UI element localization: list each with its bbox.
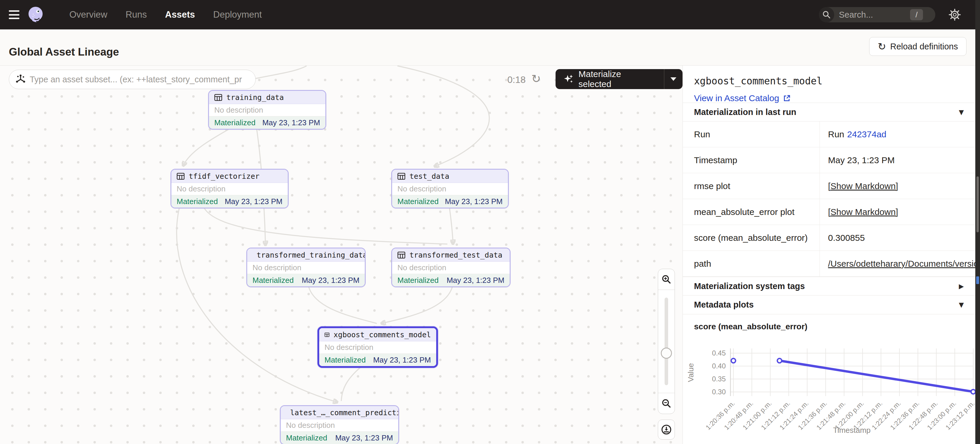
search-icon	[819, 7, 834, 22]
svg-text:Value: Value	[686, 363, 695, 382]
chevron-down-icon: ▼	[959, 108, 964, 116]
metadata-row-path: path /Users/odetteharary/Documents/versi…	[683, 251, 975, 277]
asset-name: tfidf_vectorizer	[189, 172, 259, 181]
materialized-timestamp: May 23, 1:23 PM	[302, 276, 360, 285]
materialized-timestamp: May 23, 1:23 PM	[335, 433, 393, 442]
status-badge: Materialized	[398, 197, 439, 206]
chevron-down-icon: ▼	[959, 301, 964, 309]
tab-assets[interactable]: Assets	[165, 10, 195, 20]
asset-node-xgboost-comments-model[interactable]: xgboost_comments_model No description Ma…	[317, 326, 438, 368]
sparkle-icon	[563, 74, 574, 84]
materialize-split-button: Materialize selected	[555, 69, 682, 89]
search-placeholder: Search...	[839, 10, 873, 20]
section-metadata-plots[interactable]: Metadata plots ▼	[683, 296, 975, 314]
status-badge: Materialized	[177, 197, 218, 206]
materialize-selected-button[interactable]: Materialize selected	[555, 69, 664, 89]
zoom-controls	[658, 269, 675, 414]
asset-name: transformed_test_data	[409, 251, 502, 259]
reload-definitions-button[interactable]: ↻ Reload definitions	[869, 37, 966, 56]
status-badge: Materialized	[398, 276, 439, 285]
table-icon	[398, 251, 405, 259]
zoom-out-button[interactable]	[658, 393, 675, 414]
asset-node-test-data[interactable]: test_data No description MaterializedMay…	[391, 169, 509, 208]
reload-icon: ↻	[878, 41, 886, 51]
zoom-out-icon	[661, 398, 671, 408]
status-badge: Materialized	[253, 276, 294, 285]
asset-node-training-data[interactable]: training_data No description Materialize…	[208, 90, 326, 130]
asset-description: No description	[392, 262, 510, 274]
metadata-row-score: score (mean_absolute_error) 0.300855	[683, 225, 975, 251]
score-line-chart: 0.450.400.350.301:20:36 p.m.1:20:48 p.m.…	[683, 335, 975, 439]
table-icon	[177, 172, 185, 180]
edge-strip-mark	[976, 276, 979, 284]
asset-name: training_data	[226, 93, 284, 102]
search-input[interactable]: Search... /	[819, 7, 935, 22]
show-markdown-link[interactable]: [Show Markdown]	[828, 181, 898, 191]
section-materialization-in-last-run[interactable]: Materialization in last run ▼	[683, 103, 975, 121]
panel-asset-title: xgboost_comments_model	[694, 75, 965, 87]
table-icon	[214, 94, 222, 102]
svg-text:0.35: 0.35	[712, 375, 726, 383]
section-materialization-system-tags[interactable]: Materialization system tags ▶	[683, 277, 975, 296]
view-in-asset-catalog-link[interactable]: View in Asset Catalog	[694, 93, 791, 103]
zoom-in-button[interactable]	[658, 269, 675, 290]
tab-deployment[interactable]: Deployment	[213, 10, 262, 20]
window-edge-strip	[975, 0, 980, 444]
materialized-timestamp: May 23, 1:23 PM	[445, 197, 503, 206]
refresh-icon[interactable]: ↻	[531, 72, 541, 85]
status-badge: Materialized	[286, 433, 327, 442]
page-header: Global Asset Lineage ↻ Reload definition…	[0, 29, 975, 65]
settings-gear-icon[interactable]	[948, 8, 961, 21]
tab-overview[interactable]: Overview	[69, 10, 107, 20]
asset-description: No description	[281, 419, 398, 432]
zoom-slider	[658, 290, 675, 393]
zoom-slider-track[interactable]	[665, 298, 668, 385]
top-nav: Overview Runs Assets Deployment Search..…	[0, 0, 980, 29]
asset-lineage-graph[interactable]: 0:18 ↻ Materialize selected training_dat…	[0, 65, 682, 444]
external-link-icon	[783, 94, 791, 102]
asset-node-tfidf-vectorizer[interactable]: tfidf_vectorizer No description Material…	[170, 169, 289, 208]
show-markdown-link[interactable]: [Show Markdown]	[828, 207, 898, 217]
asset-node-transformed-test-data[interactable]: transformed_test_data No description Mat…	[391, 248, 511, 287]
metadata-row-timestamp: Timestamp May 23, 1:23 PM	[683, 147, 975, 173]
table-icon	[398, 172, 405, 180]
run-id-link[interactable]: 242374ad	[847, 129, 886, 139]
materialize-dropdown-button[interactable]	[664, 69, 682, 89]
metadata-row-run: Run Run 242374ad	[683, 121, 975, 147]
status-badge: Materialized	[325, 355, 366, 364]
materialized-timestamp: May 23, 1:23 PM	[262, 118, 320, 127]
materialized-timestamp: May 23, 1:23 PM	[373, 355, 431, 364]
tab-runs[interactable]: Runs	[126, 10, 147, 20]
asset-description: No description	[319, 341, 436, 354]
metadata-row-mae-plot: mean_absolute_error plot [Show Markdown]	[683, 199, 975, 225]
svg-text:Timestamp: Timestamp	[833, 426, 871, 434]
svg-text:0.45: 0.45	[712, 349, 726, 357]
materialized-timestamp: May 23, 1:23 PM	[447, 276, 504, 285]
recenter-view-button[interactable]	[658, 420, 675, 439]
asset-name: test_data	[409, 172, 449, 181]
status-badge: Materialized	[214, 118, 255, 127]
asset-node-transformed-training-data[interactable]: transformed_training_data No description…	[246, 248, 366, 287]
asset-name: latest_…_comment_predictions	[290, 408, 399, 417]
svg-text:0.40: 0.40	[712, 362, 726, 370]
asset-name: transformed_training_data	[257, 251, 366, 259]
path-link[interactable]: /Users/odetteharary/Documents/version	[828, 259, 975, 269]
page-title: Global Asset Lineage	[9, 46, 119, 58]
refresh-timer: 0:18	[508, 75, 525, 85]
asset-subset-filter-input[interactable]	[9, 70, 256, 89]
metadata-plot-title: score (mean_absolute_error)	[683, 314, 975, 331]
table-icon	[325, 331, 329, 339]
menu-icon[interactable]	[9, 10, 19, 19]
asset-selector-icon	[15, 74, 26, 85]
svg-text:0.30: 0.30	[712, 388, 726, 396]
zoom-in-icon	[661, 274, 671, 284]
asset-node-latest-comment-predictions[interactable]: latest_…_comment_predictions No descript…	[280, 405, 399, 444]
asset-name: xgboost_comments_model	[334, 331, 431, 339]
scrollbar-thumb[interactable]	[977, 177, 979, 232]
dagster-logo[interactable]	[26, 5, 45, 24]
nav-tabs: Overview Runs Assets Deployment	[69, 10, 262, 20]
asset-description: No description	[247, 262, 365, 274]
metadata-row-rmse-plot: rmse plot [Show Markdown]	[683, 173, 975, 199]
zoom-slider-knob[interactable]	[661, 348, 672, 359]
asset-description: No description	[209, 104, 325, 116]
